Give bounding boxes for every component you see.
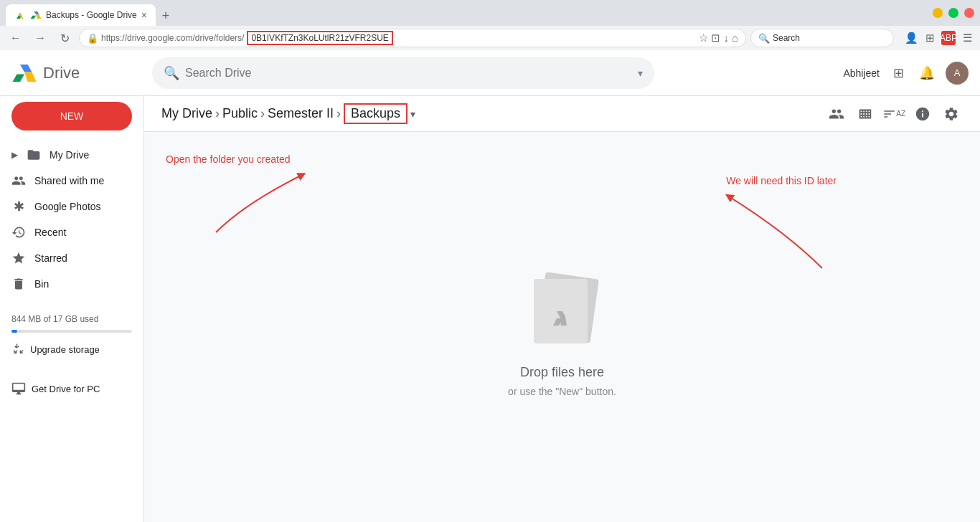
minimize-button[interactable] (933, 8, 943, 18)
adblock-icon[interactable]: ABP (941, 31, 956, 45)
browser-search-bar[interactable]: 🔍 Search (750, 29, 894, 47)
breadcrumb-sep-2: › (260, 106, 265, 121)
reload-icon: ↻ (60, 32, 70, 45)
browser-search-icon: 🔍 (758, 33, 770, 44)
new-tab-button[interactable]: + (156, 6, 176, 26)
maximize-button[interactable] (948, 8, 958, 18)
drop-files-title: Drop files here (520, 365, 604, 380)
storage-bar-fill (11, 330, 17, 333)
search-icon: 🔍 (164, 65, 179, 81)
storage-text: 844 MB of 17 GB used (11, 314, 132, 324)
folder-icon (27, 148, 41, 162)
avatar[interactable]: A (946, 62, 969, 85)
starred-label: Starred (34, 252, 67, 264)
star-icon (11, 251, 26, 265)
search-dropdown-icon[interactable]: ▾ (638, 67, 643, 79)
annotation-folder-id: We will need this ID later (726, 175, 837, 186)
new-button[interactable]: NEW (11, 102, 132, 130)
breadcrumb-actions: AZ (825, 103, 963, 125)
monitor-icon (11, 381, 26, 396)
extension-icon[interactable]: ⊡ (711, 32, 720, 44)
sidebar-item-starred[interactable]: Starred (0, 245, 138, 271)
extension-manager-icon[interactable]: ⊞ (923, 31, 937, 45)
upgrade-storage-button[interactable]: Upgrade storage (11, 340, 132, 359)
search-input[interactable] (185, 67, 632, 80)
breadcrumb-dropdown-icon[interactable]: ▾ (410, 108, 415, 120)
breadcrumb-sep-3: › (336, 106, 341, 121)
storage-icon (11, 343, 24, 356)
account-icon[interactable]: 👤 (904, 31, 918, 45)
drop-zone: Drop files here or use the "New" button.… (144, 132, 980, 522)
google-photos-label: Google Photos (34, 201, 101, 212)
storage-section: 844 MB of 17 GB used Upgrade storage (0, 303, 143, 370)
sidebar-item-shared-with-me[interactable]: Shared with me (0, 168, 138, 194)
reload-button[interactable]: ↻ (55, 28, 75, 48)
svg-marker-3 (13, 74, 25, 82)
download-icon[interactable]: ↓ (723, 32, 729, 44)
manage-people-icon[interactable] (825, 103, 848, 125)
close-button[interactable] (964, 8, 974, 18)
drive-logo (11, 60, 37, 86)
bookmark-icon[interactable]: ☆ (699, 32, 708, 44)
photos-icon: ✱ (11, 199, 26, 214)
breadcrumb-my-drive[interactable]: My Drive (161, 106, 212, 121)
logo-area: Drive (11, 60, 141, 86)
user-name: Abhijeet (843, 67, 880, 79)
sidebar-item-my-drive[interactable]: ▶ My Drive (0, 142, 138, 168)
back-icon: ← (10, 32, 22, 44)
recent-icon (11, 225, 26, 239)
breadcrumb-current: Backups (344, 103, 407, 124)
svg-marker-4 (20, 65, 32, 72)
search-bar-container: 🔍 ▾ (152, 57, 654, 89)
get-drive-for-pc-button[interactable]: Get Drive for PC (0, 376, 143, 402)
tab-close-btn[interactable]: × (141, 9, 147, 21)
svg-marker-2 (36, 14, 41, 19)
search-bar[interactable]: 🔍 ▾ (152, 57, 654, 89)
storage-bar-background (11, 330, 132, 333)
sort-icon[interactable]: AZ (882, 103, 905, 125)
sidebar: NEW ▶ My Drive Shared with me ✱ Google P… (0, 96, 143, 522)
breadcrumb-bar: My Drive › Public › Semester II › Backup… (144, 96, 980, 132)
browser-search-text: Search (773, 33, 800, 43)
annotation-open-folder: Open the folder you created (166, 153, 291, 165)
sidebar-item-recent[interactable]: Recent (0, 219, 138, 245)
info-icon[interactable] (911, 103, 934, 125)
shared-with-me-label: Shared with me (34, 175, 104, 186)
lock-icon: 🔒 (87, 33, 98, 44)
empty-folder-icon (519, 257, 606, 351)
breadcrumb-sep-1: › (215, 106, 220, 121)
svg-marker-5 (24, 72, 37, 82)
annotation-text-2: We will need this ID later (726, 175, 837, 186)
my-drive-label: My Drive (50, 149, 89, 161)
tab-title: Backups - Google Drive (46, 10, 137, 20)
bin-label: Bin (34, 278, 49, 290)
notifications-icon[interactable]: 🔔 (917, 63, 937, 83)
url-folder-id: 0B1IVKfTZn3KoLUtlR21zVFR2SUE (247, 31, 392, 45)
main-content: My Drive › Public › Semester II › Backup… (143, 96, 980, 522)
drop-files-subtitle: or use the "New" button. (508, 386, 616, 397)
apps-icon[interactable]: ⊞ (888, 63, 908, 83)
svg-marker-1 (34, 11, 39, 15)
forward-icon: → (34, 32, 46, 44)
settings-icon[interactable] (940, 103, 963, 125)
back-button[interactable]: ← (6, 28, 26, 48)
svg-marker-0 (31, 16, 36, 19)
breadcrumb-public[interactable]: Public (222, 106, 258, 121)
bin-icon (11, 277, 26, 291)
url-base: https://drive.google.com/drive/folders/ (101, 33, 244, 43)
breadcrumb-semester[interactable]: Semester II (268, 106, 334, 121)
home-icon[interactable]: ⌂ (732, 32, 738, 44)
get-drive-label: Get Drive for PC (32, 384, 100, 394)
sidebar-item-google-photos[interactable]: ✱ Google Photos (0, 194, 138, 219)
tab-favicon (14, 9, 26, 21)
forward-button[interactable]: → (30, 28, 50, 48)
menu-icon[interactable]: ☰ (960, 31, 974, 45)
grid-view-icon[interactable] (854, 103, 877, 125)
logo-text: Drive (43, 64, 80, 82)
sidebar-item-bin[interactable]: Bin (0, 271, 138, 297)
browser-tab[interactable]: Backups - Google Drive × (6, 4, 156, 26)
breadcrumb: My Drive › Public › Semester II › Backup… (161, 103, 825, 124)
annotation-text-1: Open the folder you created (166, 153, 291, 165)
expand-icon: ▶ (11, 150, 18, 160)
address-bar[interactable]: 🔒 https://drive.google.com/drive/folders… (79, 29, 746, 47)
